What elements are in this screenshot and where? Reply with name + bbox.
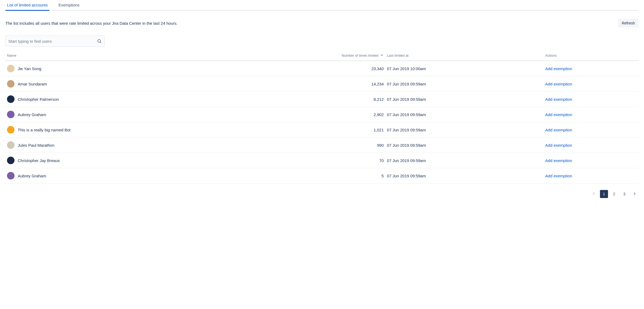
column-header-last[interactable]: Last limited at [385,51,544,61]
avatar [7,111,15,118]
column-header-count-label: Number of times limited [342,53,378,58]
avatar [7,141,15,149]
column-header-name[interactable]: Name [5,51,271,61]
avatar [7,126,15,134]
cell-actions: Add exemption [544,168,639,184]
chevron-left-icon [592,192,596,197]
table-row: Christopher Palmerson8,21207 Jun 2019 09… [5,92,639,107]
cell-last-limited: 07 Jun 2019 09:59am [385,138,544,153]
cell-actions: Add exemption [544,76,639,92]
cell-count: 23,340 [271,61,385,76]
table-row: Jules Paul Marathon99007 Jun 2019 09:59a… [5,138,639,153]
search-input[interactable] [8,39,97,44]
add-exemption-link[interactable]: Add exemption [545,158,572,163]
user-name: Christopher Palmerson [18,97,59,102]
table-row: This is a really big named Bot1,02107 Ju… [5,122,639,138]
add-exemption-link[interactable]: Add exemption [545,143,572,148]
cell-count: 70 [271,153,385,168]
cell-name: This is a really big named Bot [5,122,271,138]
svg-point-0 [98,39,101,42]
table-row: Christopher Jay Breaux7007 Jun 2019 09:5… [5,153,639,168]
cell-actions: Add exemption [544,138,639,153]
table-row: Amar Sundaram14,23407 Jun 2019 09:59amAd… [5,76,639,92]
avatar [7,157,15,164]
cell-last-limited: 07 Jun 2019 09:59am [385,122,544,138]
chevron-right-icon [632,192,637,197]
cell-actions: Add exemption [544,61,639,76]
cell-last-limited: 07 Jun 2019 10:00am [385,61,544,76]
table-row: Aubrey Graham507 Jun 2019 09:59amAdd exe… [5,168,639,184]
cell-name: Christopher Jay Breaux [5,153,271,168]
avatar [7,80,15,88]
add-exemption-link[interactable]: Add exemption [545,128,572,132]
avatar [7,65,15,72]
add-exemption-link[interactable]: Add exemption [545,112,572,117]
cell-actions: Add exemption [544,153,639,168]
table-row: Aubrey Graham2,90207 Jun 2019 09:59amAdd… [5,107,639,122]
add-exemption-link[interactable]: Add exemption [545,97,572,102]
cell-name: Jules Paul Marathon [5,138,271,153]
pagination-prev[interactable] [590,190,598,198]
cell-actions: Add exemption [544,92,639,107]
cell-last-limited: 07 Jun 2019 09:59am [385,92,544,107]
cell-name: Amar Sundaram [5,76,271,92]
user-name: Jules Paul Marathon [18,143,55,148]
cell-last-limited: 07 Jun 2019 09:59am [385,168,544,184]
cell-count: 1,021 [271,122,385,138]
user-name: This is a really big named Bot [18,128,71,132]
tabs-bar: List of limited accounts Exemptions [5,0,639,11]
pagination-page-2[interactable]: 2 [610,190,618,198]
table-row: Jie Yan Song23,34007 Jun 2019 10:00amAdd… [5,61,639,76]
search-input-wrapper[interactable] [5,35,105,47]
pagination-page-1[interactable]: 1 [600,190,608,198]
cell-name: Aubrey Graham [5,107,271,122]
cell-last-limited: 07 Jun 2019 09:59am [385,153,544,168]
add-exemption-link[interactable]: Add exemption [545,66,572,71]
avatar [7,95,15,103]
avatar [7,172,15,179]
pagination-page-3[interactable]: 3 [620,190,628,198]
cell-count: 5 [271,168,385,184]
cell-count: 14,234 [271,76,385,92]
add-exemption-link[interactable]: Add exemption [545,174,572,178]
refresh-button[interactable]: Refresh [618,19,639,27]
search-icon [97,39,102,44]
cell-name: Jie Yan Song [5,61,271,76]
cell-last-limited: 07 Jun 2019 09:59am [385,107,544,122]
user-name: Christopher Jay Breaux [18,158,60,163]
tab-limited-accounts[interactable]: List of limited accounts [5,1,49,11]
limited-accounts-table: Name Number of times limited Last limite… [5,51,639,184]
cell-actions: Add exemption [544,122,639,138]
cell-count: 990 [271,138,385,153]
user-name: Amar Sundaram [18,82,47,86]
user-name: Aubrey Graham [18,174,46,178]
pagination-next[interactable] [631,190,639,198]
description-text: The list includes all users that were ra… [5,21,178,26]
user-name: Jie Yan Song [18,66,41,71]
cell-last-limited: 07 Jun 2019 09:59am [385,76,544,92]
chevron-down-icon [380,53,384,58]
cell-name: Aubrey Graham [5,168,271,184]
tab-exemptions[interactable]: Exemptions [57,1,81,11]
user-name: Aubrey Graham [18,112,46,117]
description-row: The list includes all users that were ra… [5,19,639,27]
pagination: 123 [5,190,639,209]
add-exemption-link[interactable]: Add exemption [545,82,572,86]
cell-actions: Add exemption [544,107,639,122]
cell-name: Christopher Palmerson [5,92,271,107]
svg-line-1 [100,42,101,43]
column-header-actions: Actions [544,51,639,61]
column-header-count[interactable]: Number of times limited [271,51,385,61]
cell-count: 8,212 [271,92,385,107]
cell-count: 2,902 [271,107,385,122]
